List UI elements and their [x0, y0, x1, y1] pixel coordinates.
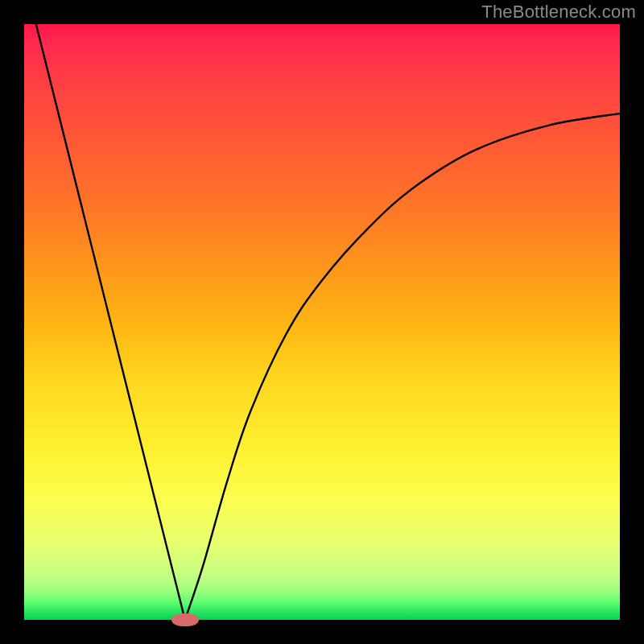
- watermark-text: TheBottleneck.com: [481, 2, 636, 23]
- line-left-branch: [36, 24, 185, 620]
- line-right-branch: [185, 114, 620, 620]
- vertex-marker: [171, 613, 199, 626]
- chart-container: TheBottleneck.com: [0, 0, 644, 644]
- curve-layer: [24, 24, 620, 620]
